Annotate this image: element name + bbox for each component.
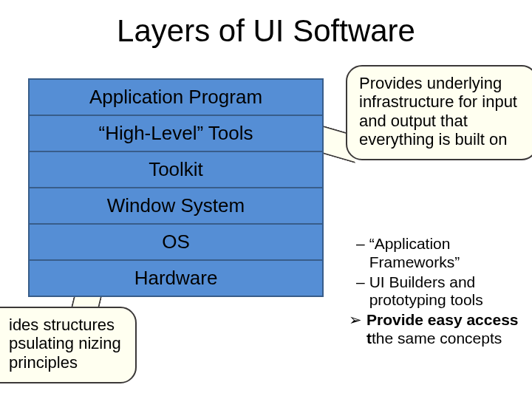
tools-description-list: – “Application Frameworks” – UI Builders… xyxy=(349,235,532,349)
layer-window-system: Window System xyxy=(28,187,324,225)
slide-title: Layers of UI Software xyxy=(0,0,532,56)
list-item: – “Application Frameworks” xyxy=(349,235,532,272)
callout-structures: ides structures psulating nizing princip… xyxy=(0,307,137,383)
layer-high-level-tools: “High-Level” Tools xyxy=(28,115,324,152)
list-item-text: Provide easy access tthe same concepts xyxy=(366,311,532,348)
list-item-text: “Application Frameworks” xyxy=(369,235,532,272)
layer-os: OS xyxy=(28,223,324,261)
layer-toolkit: Toolkit xyxy=(28,151,324,188)
callout-infrastructure: Provides underlying infrastructure for i… xyxy=(346,65,532,160)
layer-stack: Application Program “High-Level” Tools T… xyxy=(28,80,324,297)
arrow-icon: ➢ xyxy=(349,311,362,348)
dash-icon: – xyxy=(356,273,365,310)
list-item: ➢ Provide easy access tthe same concepts xyxy=(349,311,532,348)
layer-application-program: Application Program xyxy=(28,78,324,116)
dash-icon: – xyxy=(356,235,365,272)
layer-hardware: Hardware xyxy=(28,259,324,297)
list-item-text: UI Builders and prototyping tools xyxy=(369,273,532,310)
list-item: – UI Builders and prototyping tools xyxy=(349,273,532,310)
